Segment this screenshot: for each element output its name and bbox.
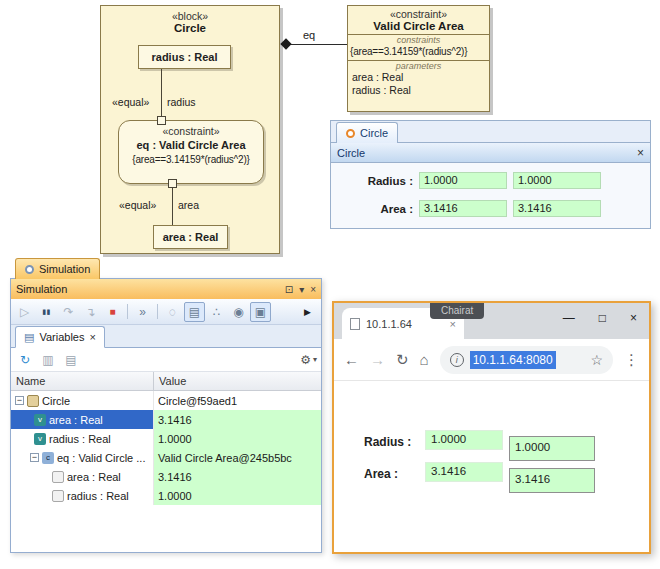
- constraint-parameter-port-area[interactable]: [168, 179, 177, 188]
- tab-variables[interactable]: ▤ Variables ×: [15, 326, 105, 348]
- tab-simulation[interactable]: Simulation: [15, 258, 100, 279]
- minimize-icon[interactable]: ▾: [299, 284, 304, 295]
- block-stereotype: «block»: [101, 10, 279, 22]
- binding-connector-area: [172, 183, 173, 226]
- radius-end-label: radius: [167, 96, 196, 108]
- constraint-property-icon: c: [42, 452, 54, 464]
- expander-icon[interactable]: −: [30, 453, 39, 462]
- pause-icon[interactable]: ▮▮: [36, 302, 57, 322]
- toolbar-separator: [127, 304, 128, 319]
- block-name: Circle: [101, 22, 279, 34]
- area-input-field[interactable]: 3.1416: [513, 200, 601, 217]
- browser-tab-title: 10.1.1.64: [366, 318, 412, 330]
- close-icon[interactable]: ×: [637, 147, 644, 159]
- minimize-icon[interactable]: —: [563, 311, 575, 325]
- tab-circle[interactable]: Circle: [336, 122, 398, 143]
- row-name: eq : Valid Circle ...: [57, 452, 145, 464]
- auto-open-icon[interactable]: ▣: [250, 302, 271, 322]
- maximize-icon[interactable]: □: [599, 311, 606, 325]
- collapse-icon[interactable]: ▤: [61, 351, 81, 369]
- constraint-stereotype: «constraint»: [119, 125, 263, 137]
- expander-icon[interactable]: −: [15, 396, 24, 405]
- area-end-label: area: [178, 199, 199, 211]
- parameter-icon: [52, 490, 64, 502]
- browser-tabstrip: 10.1.1.64 × Chairat — □ ×: [334, 303, 649, 339]
- row-value: 1.0000: [154, 429, 321, 448]
- parameter-radius: radius : Real: [348, 84, 489, 97]
- address-bar[interactable]: i 10.1.1.64:8080 ☆: [440, 346, 613, 374]
- site-info-icon[interactable]: i: [450, 353, 464, 367]
- step-over-icon[interactable]: ↷: [58, 302, 79, 322]
- radius-value-field[interactable]: 1.0000: [419, 172, 507, 189]
- constraint-block-name: Valid Circle Area: [348, 20, 489, 32]
- row-value: Valid Circle Area@245b5bc: [154, 448, 321, 467]
- table-row-circle[interactable]: − Circle Circle@f59aed1: [11, 391, 321, 410]
- home-icon[interactable]: ⌂: [420, 352, 429, 367]
- variables-tab-label: Variables: [39, 331, 84, 343]
- area-value-field[interactable]: 3.1416: [419, 200, 507, 217]
- variables-tab-icon: ▤: [24, 331, 34, 344]
- table-row-eq-area[interactable]: area : Real 3.1416: [11, 467, 321, 486]
- circle-ui-panel: Circle Circle × Radius : 1.0000 1.0000 A…: [330, 120, 651, 229]
- lock-icon[interactable]: ◉: [228, 302, 249, 322]
- close-icon[interactable]: ×: [310, 284, 316, 295]
- close-icon[interactable]: ×: [89, 331, 95, 343]
- back-icon[interactable]: ←: [344, 352, 359, 367]
- constraint-property-eq[interactable]: «constraint» eq : Valid Circle Area {are…: [118, 120, 264, 184]
- animation-icon[interactable]: ∴: [206, 302, 227, 322]
- constraint-parameter-port-radius[interactable]: [157, 116, 166, 125]
- radius-value-field: 1.0000: [425, 430, 503, 450]
- close-icon[interactable]: ×: [630, 311, 637, 325]
- row-value: 1.0000: [154, 486, 321, 505]
- reload-icon[interactable]: ↻: [396, 352, 409, 367]
- dock-icon[interactable]: ⊡: [285, 284, 293, 295]
- refresh-icon[interactable]: ↻: [15, 351, 35, 369]
- restart-icon[interactable]: ◌: [162, 302, 183, 322]
- table-row-area[interactable]: v area : Real 3.1416: [11, 410, 321, 429]
- table-row-radius[interactable]: v radius : Real 1.0000: [11, 429, 321, 448]
- tab-close-icon[interactable]: ×: [450, 318, 456, 330]
- options-button[interactable]: ⚙ ▾: [300, 353, 317, 367]
- simulation-tabstrip: Simulation: [10, 258, 322, 278]
- part-area[interactable]: area : Real: [153, 225, 228, 249]
- overflow-icon[interactable]: ▶: [297, 302, 318, 322]
- browser-page: Radius : 1.0000 1.0000 Area : 3.1416 3.1…: [334, 381, 649, 552]
- toolbar-separator: [157, 304, 158, 319]
- profile-badge[interactable]: Chairat: [430, 303, 484, 319]
- row-name: Circle: [42, 395, 70, 407]
- radius-input-field[interactable]: 1.0000: [513, 172, 601, 189]
- column-header-name[interactable]: Name: [11, 372, 154, 390]
- simulation-window: Simulation ⊡ ▾ × ▷ ▮▮ ↷ ↴ ■ » ◌ ▤ ∴ ◉: [10, 278, 322, 553]
- browser-window: 10.1.1.64 × Chairat — □ × ← → ↻ ⌂ i 10.1…: [332, 301, 651, 554]
- radius-label: Radius :: [355, 175, 413, 187]
- export-icon[interactable]: ▥: [38, 351, 58, 369]
- part-radius[interactable]: radius : Real: [138, 45, 231, 69]
- constraints-compartment-label: constraints: [348, 35, 489, 45]
- composition-diamond: [280, 38, 291, 49]
- browser-toolbar: ← → ↻ ⌂ i 10.1.1.64:8080 ☆ ⋮: [334, 339, 649, 381]
- table-row-eq-radius[interactable]: radius : Real 1.0000: [11, 486, 321, 505]
- constraint-expression: {area==3.14159*(radius^2)}: [348, 45, 489, 58]
- simulation-panel: Simulation Simulation ⊡ ▾ × ▷ ▮▮ ↷ ↴ ■ »: [10, 258, 322, 553]
- table-row-eq[interactable]: − c eq : Valid Circle ... Valid Circle A…: [11, 448, 321, 467]
- step-into-icon[interactable]: ↴: [80, 302, 101, 322]
- simulation-titlebar: Simulation ⊡ ▾ ×: [11, 279, 321, 299]
- simulation-tab-label: Simulation: [39, 263, 90, 275]
- simulation-tab-icon: [25, 265, 34, 274]
- constraint-property-name: eq : Valid Circle Area: [119, 139, 263, 151]
- constraint-block-valid-circle-area[interactable]: «constraint» Valid Circle Area constrain…: [347, 5, 490, 112]
- radius-input-field[interactable]: 1.0000: [509, 436, 595, 461]
- column-header-value[interactable]: Value: [154, 372, 321, 390]
- area-label: Area :: [364, 467, 398, 481]
- trigger-icon[interactable]: »: [132, 302, 153, 322]
- block-circle[interactable]: «block» Circle radius : Real «equal» rad…: [100, 5, 280, 254]
- area-input-field[interactable]: 3.1416: [509, 468, 595, 493]
- parameter-icon: [52, 471, 64, 483]
- eq-association-label: eq: [303, 29, 315, 41]
- variables-view-icon[interactable]: ▤: [184, 302, 205, 322]
- run-icon[interactable]: ▷: [14, 302, 35, 322]
- menu-icon[interactable]: ⋮: [624, 352, 639, 367]
- terminate-icon[interactable]: ■: [102, 302, 123, 322]
- forward-icon[interactable]: →: [370, 352, 385, 367]
- bookmark-star-icon[interactable]: ☆: [590, 352, 603, 368]
